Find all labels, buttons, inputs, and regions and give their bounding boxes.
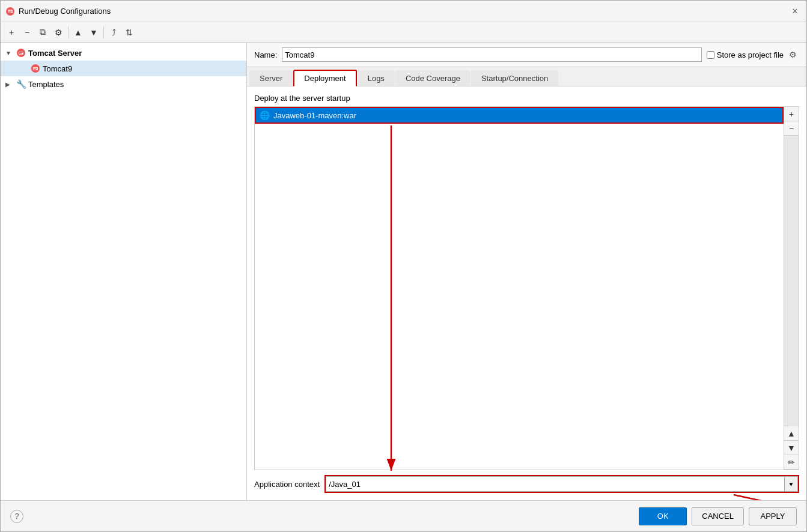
store-label: Store as project file	[717, 50, 784, 59]
move-down-button[interactable]: ▼	[87, 25, 101, 40]
app-context-dropdown-button[interactable]: ▼	[785, 476, 798, 492]
svg-rect-7	[19, 53, 22, 54]
store-checkbox-area: Store as project file ⚙	[707, 48, 799, 61]
toolbar-separator-1	[68, 26, 69, 38]
svg-rect-11	[34, 69, 36, 70]
name-label: Name:	[254, 50, 277, 59]
svg-rect-10	[34, 68, 37, 68]
apply-button[interactable]: APPLY	[749, 507, 797, 525]
app-context-row: Application context ▼	[254, 475, 799, 493]
tomcat9-label: Tomcat9	[43, 64, 72, 73]
right-panel: Name: Store as project file ⚙ Server Dep…	[247, 43, 806, 500]
templates-label: Templates	[28, 80, 64, 89]
footer-left: ?	[10, 510, 23, 523]
svg-rect-6	[19, 52, 23, 53]
left-panel: ▼ Tomcat Server	[1, 43, 247, 500]
edit-deploy-button[interactable]: ✏	[784, 455, 799, 470]
sort-button[interactable]: ⇅	[122, 25, 136, 40]
tree-item-templates[interactable]: ▶ 🔧 Templates	[1, 76, 246, 92]
copy-config-button[interactable]: ⧉	[35, 25, 50, 40]
tomcat-server-icon	[16, 48, 26, 58]
tab-startup-connection[interactable]: Startup/Connection	[471, 70, 558, 86]
deploy-section-label: Deploy at the server startup	[254, 94, 799, 103]
store-as-project-checkbox[interactable]	[707, 51, 714, 59]
deploy-list: 🌐 Javaweb-01-maven:war	[255, 107, 784, 470]
run-debug-dialog: Run/Debug Configurations × + − ⧉ ⚙ ▲ ▼ ⤴…	[0, 0, 807, 532]
svg-rect-9	[33, 67, 38, 70]
move-to-group-button[interactable]: ⤴	[106, 25, 121, 40]
toolbar: + − ⧉ ⚙ ▲ ▼ ⤴ ⇅	[1, 22, 806, 43]
app-context-input[interactable]	[326, 476, 785, 492]
name-input[interactable]	[282, 47, 701, 62]
tab-logs[interactable]: Logs	[358, 70, 395, 86]
deploy-item-label: Javaweb-01-maven:war	[273, 111, 356, 120]
main-body: ▼ Tomcat Server	[1, 43, 806, 500]
tab-code-coverage[interactable]: Code Coverage	[395, 70, 470, 86]
svg-rect-5	[19, 52, 23, 55]
tomcat-server-label: Tomcat Server	[28, 49, 82, 58]
move-up-button[interactable]: ▲	[71, 25, 85, 40]
svg-rect-2	[8, 11, 12, 11]
name-row: Name: Store as project file ⚙	[247, 43, 806, 67]
remove-config-button[interactable]: −	[20, 25, 34, 40]
tomcat9-icon	[31, 64, 40, 73]
remove-deploy-button[interactable]: −	[784, 121, 799, 136]
svg-line-14	[734, 495, 806, 500]
tree-item-tomcat9[interactable]: Tomcat9	[1, 61, 246, 76]
add-deploy-button[interactable]: +	[784, 107, 799, 121]
add-config-button[interactable]: +	[4, 25, 19, 40]
content-area: Deploy at the server startup 🌐 Javaweb-0…	[247, 86, 806, 500]
toolbar-separator-2	[103, 26, 104, 38]
tree-item-tomcat-server[interactable]: ▼ Tomcat Server	[1, 45, 246, 61]
expander-tomcat-server: ▼	[5, 50, 14, 56]
dialog-icon	[5, 7, 15, 16]
expander-templates: ▶	[5, 81, 14, 88]
ok-button[interactable]: OK	[639, 507, 687, 525]
scroll-up-button[interactable]: ▲	[784, 426, 799, 441]
list-scroll-track	[784, 136, 799, 426]
cancel-button[interactable]: CANCEL	[692, 507, 744, 525]
title-bar: Run/Debug Configurations ×	[1, 1, 806, 22]
tab-deployment[interactable]: Deployment	[293, 70, 356, 86]
deploy-list-container: 🌐 Javaweb-01-maven:war + − ▲ ▼	[254, 106, 799, 470]
svg-rect-3	[8, 12, 11, 13]
deploy-item-javaweb[interactable]: 🌐 Javaweb-01-maven:war	[255, 107, 784, 124]
store-settings-button[interactable]: ⚙	[786, 48, 799, 61]
tabs-bar: Server Deployment Logs Code Coverage Sta…	[247, 67, 806, 86]
footer: ? OK CANCEL APPLY	[1, 500, 806, 531]
deploy-globe-icon: 🌐	[260, 110, 270, 120]
scroll-down-button[interactable]: ▼	[784, 441, 799, 455]
close-button[interactable]: ×	[788, 5, 802, 18]
app-context-label: Application context	[254, 480, 320, 489]
tab-server[interactable]: Server	[249, 70, 293, 86]
templates-icon: 🔧	[16, 79, 26, 89]
dialog-title: Run/Debug Configurations	[19, 7, 788, 16]
list-side-buttons: + − ▲ ▼ ✏	[784, 107, 799, 470]
settings-config-button[interactable]: ⚙	[51, 25, 65, 40]
help-button[interactable]: ?	[10, 510, 23, 523]
